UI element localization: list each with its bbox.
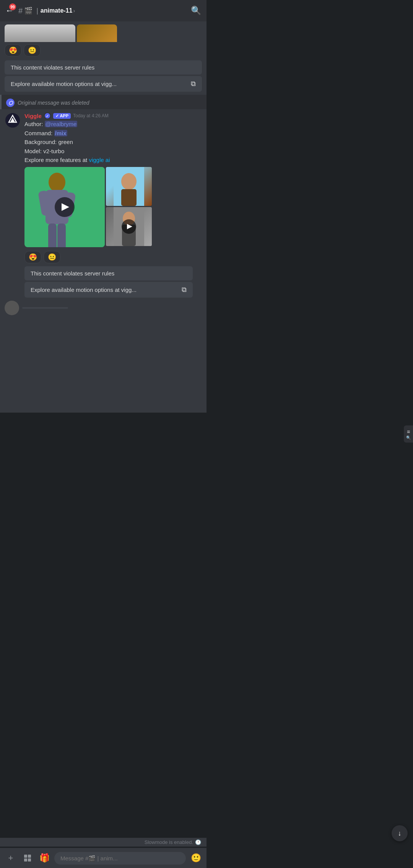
svg-text:✓: ✓ — [46, 114, 49, 118]
discord-logo: ⬡ — [6, 99, 15, 107]
notification-badge: 99 — [9, 3, 16, 10]
violation-button-top[interactable]: This content violates server rules — [5, 60, 202, 74]
media-grid — [24, 167, 154, 247]
app-badge: ✓ APP — [53, 113, 71, 119]
message-content: Viggle ✓ ✓ APP Today at 4:26 AM Author: … — [24, 112, 202, 299]
bottom-reaction-row: 😍 😐 — [24, 249, 202, 265]
msg-author-line: Author: @realbryme — [24, 120, 202, 129]
partial-image-left — [5, 24, 75, 42]
author-label: Author: — [24, 121, 43, 127]
svg-rect-12 — [121, 189, 137, 206]
link-button-bottom[interactable]: Explore available motion options at vigg… — [24, 282, 193, 298]
hash-icon: # — [18, 6, 23, 15]
msg-explore-line: Explore more features at viggle ai — [24, 156, 202, 165]
search-button[interactable]: 🔍 — [191, 6, 201, 16]
explore-text: Explore more features at — [24, 157, 87, 163]
link-text-top: Explore available motion options at vigg… — [11, 81, 117, 87]
video-main[interactable] — [24, 167, 105, 247]
reaction-heart-eyes-top[interactable]: 😍 — [5, 44, 21, 57]
reaction-neutral-top[interactable]: 😐 — [24, 44, 41, 57]
divider: | — [36, 7, 38, 15]
msg-background-line: Background: green — [24, 138, 202, 147]
violation-button-bottom[interactable]: This content violates server rules — [24, 266, 193, 280]
channel-name[interactable]: animate-11 — [41, 7, 73, 14]
partial-media-top — [0, 21, 206, 42]
timestamp: Today at 4:26 AM — [73, 113, 109, 118]
avatar — [5, 112, 21, 128]
external-link-icon-bottom: ⧉ — [182, 286, 187, 294]
verified-badge: ✓ — [44, 112, 51, 119]
model-value: v2-turbo — [43, 148, 64, 154]
svg-point-11 — [121, 173, 137, 190]
partial-image-right — [77, 24, 117, 42]
reaction-neutral-bottom[interactable]: 😐 — [44, 251, 60, 263]
link-button-top[interactable]: Explore available motion options at vigg… — [5, 76, 202, 92]
svg-rect-9 — [57, 223, 66, 247]
channel-info: # 🎬 | animate-11 › — [18, 6, 191, 15]
media-right — [106, 167, 152, 247]
svg-rect-8 — [48, 223, 57, 247]
partial-next-message — [0, 302, 206, 314]
reaction-heart-eyes-bottom[interactable]: 😍 — [24, 251, 41, 263]
image-bottom-right[interactable] — [106, 207, 152, 246]
model-label: Model: — [24, 148, 42, 154]
explore-link[interactable]: viggle ai — [89, 157, 110, 163]
msg-model-line: Model: v2-turbo — [24, 147, 202, 156]
chevron-icon: › — [73, 8, 75, 14]
svg-point-4 — [49, 173, 65, 192]
command-label: Command: — [24, 130, 52, 136]
username[interactable]: Viggle — [24, 113, 42, 119]
external-link-icon-top: ⧉ — [191, 80, 196, 88]
message-header: Viggle ✓ ✓ APP Today at 4:26 AM — [24, 112, 202, 119]
chat-area: 😍 😐 This content violates server rules E… — [0, 21, 206, 413]
background-label: Background: — [24, 139, 57, 145]
background-value: green — [58, 139, 73, 145]
message-row: Viggle ✓ ✓ APP Today at 4:26 AM Author: … — [0, 109, 206, 302]
play-button-right[interactable] — [122, 219, 136, 234]
clapperboard-icon: 🎬 — [24, 6, 33, 15]
deleted-notice: ⬡ Original message was deleted — [0, 95, 206, 109]
msg-command-line: Command: /mix — [24, 129, 202, 138]
author-mention[interactable]: @realbryme — [45, 121, 78, 127]
command-value: /mix — [54, 130, 67, 136]
play-button-main[interactable] — [55, 197, 75, 217]
top-reaction-row: 😍 😐 — [0, 42, 206, 59]
back-button[interactable]: ← 99 — [5, 6, 14, 16]
header: ← 99 # 🎬 | animate-11 › 🔍 — [0, 0, 206, 21]
link-text-bottom: Explore available motion options at vigg… — [31, 287, 137, 293]
avatar-icon — [7, 114, 18, 127]
deleted-notice-text: Original message was deleted — [18, 100, 89, 106]
image-top-right[interactable] — [106, 167, 152, 206]
